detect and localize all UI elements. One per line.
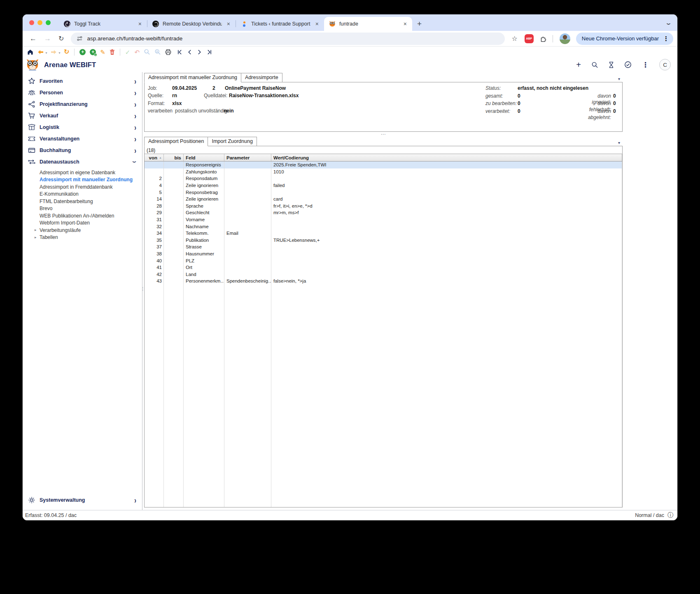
column-header-parameter[interactable]: Parameter <box>224 154 271 161</box>
bookmark-star-icon[interactable]: ☆ <box>512 35 518 42</box>
table-row[interactable]: 35PublikationTRUE>Lebensnews,+ <box>145 237 622 244</box>
header-hourglass-icon[interactable] <box>609 61 614 68</box>
adblock-extension-icon[interactable]: ABP <box>525 34 534 43</box>
last-record-icon[interactable] <box>207 49 212 55</box>
next-record-icon[interactable] <box>197 49 202 55</box>
tab-adressimporte[interactable]: Adressimporte <box>241 73 282 82</box>
user-initial-button[interactable]: C <box>659 59 671 70</box>
tab-close-icon[interactable]: × <box>402 21 408 27</box>
chevron-down-icon[interactable]: › <box>131 161 140 163</box>
print-icon[interactable] <box>165 49 171 55</box>
sidebar-subitem-e-kommunikation[interactable]: E-Kommunikation <box>23 191 142 198</box>
tab-import-zuordnung[interactable]: Import Zuordnung <box>208 137 257 146</box>
chevron-right-icon[interactable]: › <box>134 100 136 109</box>
table-row[interactable]: 29Geschlechtmr>m, ms>f <box>145 209 622 216</box>
panel-splitter[interactable]: ⋯ <box>144 132 623 137</box>
tab-close-icon[interactable]: × <box>226 21 231 27</box>
nav-back-icon[interactable] <box>37 49 44 55</box>
chevron-right-icon[interactable]: › <box>134 496 136 505</box>
tab-adressimport-manuelle-zuordnung[interactable]: Adressimport mit manueller Zuordnung <box>144 73 241 82</box>
expand-triangle-icon[interactable]: ▸ <box>35 236 37 239</box>
table-row[interactable]: 42Land <box>145 271 622 278</box>
tab-close-icon[interactable]: × <box>314 21 320 27</box>
add-record-icon[interactable]: + <box>79 49 86 55</box>
sidebar-subitem-web-publikationen-an-abmelden[interactable]: WEB Publikationen An-/Abmelden <box>23 212 142 220</box>
sidebar-subitem-tabellen[interactable]: ▸Tabellen <box>23 234 142 241</box>
home-icon[interactable] <box>27 49 33 55</box>
sidebar-item-logistik[interactable]: Logistik› <box>23 122 142 133</box>
close-window-button[interactable] <box>29 20 34 25</box>
positions-panel-collapse-icon[interactable]: ▾ <box>618 141 620 145</box>
table-row[interactable]: 41Ort <box>145 264 622 271</box>
sidebar-subitem-ftml-datenbearbeitung[interactable]: FTML Datenbearbeitung <box>23 198 142 205</box>
add-copy-icon[interactable]: ++ <box>90 49 96 55</box>
sidebar-subitem-adressimport-mit-manueller-zuordnung[interactable]: Adressimport mit manueller Zuordnung <box>23 176 142 184</box>
header-menu-kebab-icon[interactable]: ⋮ <box>642 61 649 69</box>
profile-avatar[interactable] <box>560 33 570 44</box>
table-row[interactable]: 14Zeile ignorierencard <box>145 196 622 203</box>
column-header-von[interactable]: von▲ <box>145 154 164 161</box>
info-icon[interactable]: ⓘ <box>667 512 673 519</box>
browser-tab-4[interactable]: funtrade× <box>324 17 412 31</box>
prev-record-icon[interactable] <box>187 49 192 55</box>
sidebar-item-systemverwaltung[interactable]: Systemverwaltung› <box>23 494 142 506</box>
table-row[interactable]: 38Hausnummer <box>145 250 622 257</box>
chevron-right-icon[interactable]: › <box>134 111 136 120</box>
sidebar-item-buchhaltung[interactable]: Buchhaltung› <box>23 145 142 156</box>
site-settings-icon[interactable] <box>77 35 83 42</box>
sidebar-item-personen[interactable]: Personen› <box>23 87 142 98</box>
table-row[interactable]: 5Responsbetrag <box>145 189 622 196</box>
undo-icon[interactable]: ↶ <box>134 49 140 55</box>
sidebar-subitem-verarbeitungsl-ufe[interactable]: ▸Verarbeitungsläufe <box>23 227 142 234</box>
reload-icon[interactable]: ↻ <box>58 35 64 42</box>
sidebar-item-favoriten[interactable]: Favoriten› <box>23 75 142 87</box>
table-row[interactable]: 28Sprachefr>f, it>i, en>e, *>d <box>145 203 622 210</box>
sidebar-subitem-webform-import-daten[interactable]: Webform Import-Daten <box>23 220 142 227</box>
sidebar-splitter[interactable]: ⋮ <box>142 72 142 510</box>
chevron-right-icon[interactable]: › <box>134 77 136 86</box>
back-icon[interactable]: ← <box>30 35 37 42</box>
sidebar-item-verkauf[interactable]: Verkauf› <box>23 110 142 122</box>
table-row[interactable]: 40PLZ <box>145 257 622 264</box>
job-panel-collapse-icon[interactable]: ▾ <box>618 77 620 81</box>
forward-icon[interactable]: → <box>44 35 51 42</box>
chrome-menu-kebab-icon[interactable]: ⋮ <box>663 35 669 42</box>
chevron-right-icon[interactable]: › <box>134 88 136 97</box>
extensions-puzzle-icon[interactable] <box>539 35 547 42</box>
search-person-icon[interactable] <box>154 49 161 55</box>
confirm-check-icon[interactable]: ✓ <box>125 49 131 55</box>
column-header-feld[interactable]: Feld <box>184 154 224 161</box>
table-row[interactable]: Responsereignis2025.Freie Spenden,TWI <box>145 161 622 168</box>
column-header-wert[interactable]: Wert/Codierung <box>271 154 622 161</box>
nav-forward-icon[interactable] <box>51 49 57 55</box>
tab-search-chevron-icon[interactable]: ⌄ <box>665 20 672 26</box>
refresh-icon[interactable]: ↻ <box>64 49 69 55</box>
search-records-icon[interactable] <box>144 49 150 55</box>
maximize-window-button[interactable] <box>46 20 51 25</box>
minimize-window-button[interactable] <box>37 20 42 25</box>
column-header-bis[interactable]: bis <box>164 154 184 161</box>
url-text[interactable]: asp.arenae.ch/funtrade-webift/funtrade <box>87 35 182 42</box>
new-tab-button[interactable]: + <box>417 20 422 28</box>
chevron-right-icon[interactable]: › <box>134 134 136 143</box>
chrome-update-button[interactable]: Neue Chrome-Version verfügbar ⋮ <box>576 33 673 45</box>
browser-tab-3[interactable]: Tickets ‹ funtrade Support —× <box>236 17 324 31</box>
table-row[interactable]: 37Strasse <box>145 243 622 250</box>
tab-adressimport-positionen[interactable]: Adressimport Positionen <box>144 137 208 146</box>
table-row[interactable]: Zahlungskonto1010 <box>145 168 622 175</box>
sidebar-item-projektfinanzierung[interactable]: Projektfinanzierung› <box>23 98 142 110</box>
sidebar-item-veranstaltungen[interactable]: Veranstaltungen› <box>23 133 142 145</box>
browser-tab-2[interactable]: Remote Desktop Verbindung× <box>147 17 236 31</box>
chevron-right-icon[interactable]: › <box>134 123 136 132</box>
nav-back-caret-icon[interactable]: ▼ <box>45 51 48 54</box>
edit-pencil-icon[interactable]: ✎ <box>100 49 105 55</box>
sidebar-subitem-brevo[interactable]: Brevo <box>23 205 142 213</box>
delete-trash-icon[interactable] <box>110 49 115 55</box>
sidebar-subitem-adressimport-in-fremddatenbank[interactable]: Adressimport in Fremddatenbank <box>23 183 142 191</box>
table-row[interactable]: 2Responsdatum <box>145 175 622 182</box>
table-row[interactable]: 43Personenmerkm…Spendenbescheinig…false>… <box>145 278 622 285</box>
nav-forward-caret-icon[interactable]: ▼ <box>58 51 61 54</box>
sidebar-item-datenaustausch[interactable]: Datenaustausch› <box>23 156 142 168</box>
expand-triangle-icon[interactable]: ▸ <box>35 228 37 232</box>
sidebar-subitem-adressimport-in-eigene-datenbank[interactable]: Adressimport in eigene Datenbank <box>23 169 142 176</box>
